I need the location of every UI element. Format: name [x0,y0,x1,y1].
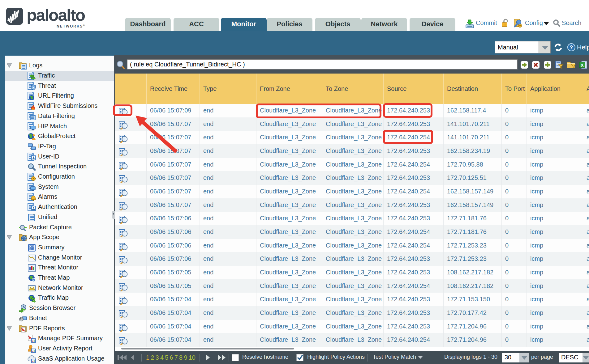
svg-text:x: x [32,86,35,89]
svg-text:?: ? [570,44,573,50]
svg-text:A: A [29,336,32,339]
svg-text:A: A [22,328,24,332]
svg-text:x: x [33,279,34,282]
svg-text:X: X [581,63,584,68]
